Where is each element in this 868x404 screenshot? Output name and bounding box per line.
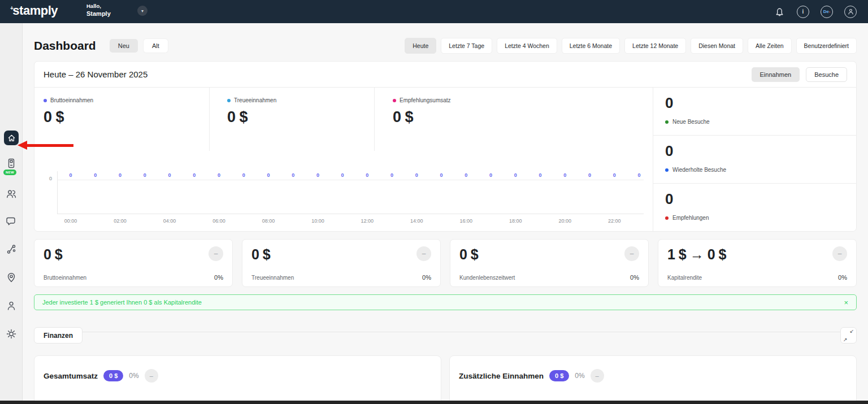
- chart-point-label: 0: [489, 172, 492, 178]
- metric-label: Empfehlungsumsatz: [400, 97, 451, 103]
- kpi-label: Kapitalrendite: [667, 275, 702, 281]
- chart-point-label: 0: [613, 172, 616, 178]
- chart-point-label: 0: [341, 172, 344, 178]
- tab-finanzen[interactable]: Finanzen: [34, 327, 83, 344]
- metric-treueeinnahmen: Treueeinnahmen 0 $: [210, 88, 375, 151]
- kpi-row: 0 $– Bruttoeinnahmen0% 0 $– Treueeinnahm…: [34, 239, 857, 287]
- kpi-percent: 0%: [630, 274, 639, 281]
- chart-point-label: 0: [415, 172, 418, 178]
- chart-point-label: 0: [465, 172, 467, 178]
- stat-value: 0: [665, 142, 856, 160]
- sidebar-item-settings[interactable]: [6, 328, 17, 340]
- x-axis-tick: 22:00: [608, 218, 621, 224]
- overview-header: Heute – 26 November 2025 Einnahmen Besuc…: [34, 62, 856, 88]
- chart-point-label: 0: [637, 172, 640, 178]
- info-button[interactable]: i: [797, 6, 809, 18]
- profile-button[interactable]: [844, 6, 857, 18]
- chart-point-label: 0: [563, 172, 566, 178]
- section-divider: [83, 332, 840, 332]
- x-axis-tick: 00:00: [64, 218, 77, 224]
- sidebar-item-flows[interactable]: [6, 244, 17, 255]
- map-pin-icon: [6, 272, 17, 283]
- metric-label: Treueeinnahmen: [234, 97, 276, 103]
- user-greeting: Hallo, Stamply: [86, 3, 111, 18]
- language-dot-icon: •: [829, 10, 830, 14]
- stat-value: 0: [665, 94, 856, 112]
- chart-plot-area: 0 000000000000000000000000 00:0002:0004:…: [34, 151, 653, 231]
- kpi-kapitalrendite: 1 $ → 0 $– Kapitalrendite0%: [658, 239, 857, 287]
- range-diesen-monat[interactable]: Diesen Monat: [691, 38, 743, 54]
- account-dropdown-button[interactable]: ▾: [137, 6, 147, 16]
- finance-percent: 0%: [575, 372, 584, 380]
- sidebar: NEW: [0, 23, 23, 404]
- metric-empfehlungsumsatz: Empfehlungsumsatz 0 $: [375, 88, 653, 151]
- overview-tabs: Einnahmen Besuche: [752, 67, 847, 82]
- app-screen: +stamply Hallo, Stamply ▾ i De•: [0, 0, 868, 404]
- range-letzte-7-tage[interactable]: Letzte 7 Tage: [441, 38, 492, 54]
- chart-point-label: 0: [366, 172, 368, 178]
- finance-card-title: Gesamtumsatz: [44, 372, 98, 380]
- sidebar-item-locations[interactable]: [6, 272, 17, 283]
- alert-text: Jeder investierte 1 $ generiert Ihnen 0 …: [42, 299, 202, 306]
- stamply-logo[interactable]: +stamply: [10, 3, 58, 18]
- tab-einnahmen[interactable]: Einnahmen: [752, 67, 800, 82]
- sidebar-item-home[interactable]: [4, 131, 19, 145]
- stat-label: Neue Besuche: [672, 119, 710, 125]
- sidebar-item-messages[interactable]: [6, 216, 17, 227]
- view-toggle-neu[interactable]: Neu: [110, 39, 138, 53]
- window-bottom-edge: [0, 401, 868, 404]
- users-icon: [6, 188, 17, 199]
- chart-point-label: 0: [316, 172, 319, 178]
- person-icon: [6, 300, 17, 311]
- overview-title: Heute – 26 November 2025: [44, 69, 147, 79]
- range-benutzerdefiniert[interactable]: Benutzerdefiniert: [796, 38, 857, 54]
- roi-alert-banner: Jeder investierte 1 $ generiert Ihnen 0 …: [34, 294, 857, 310]
- topbar-actions: i De•: [773, 0, 857, 23]
- x-axis-tick: 16:00: [460, 218, 473, 224]
- sidebar-item-pos-terminal[interactable]: [6, 158, 17, 169]
- view-toggle-alt[interactable]: Alt: [144, 39, 168, 53]
- chart-point-label: 0: [144, 172, 146, 178]
- close-icon[interactable]: ×: [844, 299, 848, 306]
- x-axis-tick-labels: 00:0002:0004:0006:0008:0010:0012:0014:00…: [71, 218, 639, 225]
- info-icon: i: [802, 8, 804, 15]
- user-icon: [847, 8, 854, 15]
- chart-point-label: 0: [168, 172, 171, 178]
- collapse-section-button[interactable]: ↙ ↗: [840, 327, 857, 344]
- chart-point-label: 0: [390, 172, 393, 178]
- kpi-label: Bruttoeinnahmen: [44, 275, 86, 281]
- finance-percent: 0%: [129, 372, 138, 380]
- collapse-arrow-icon: ↗: [843, 337, 848, 342]
- value-pill: 0 $: [103, 370, 123, 381]
- language-button[interactable]: De•: [821, 6, 833, 18]
- new-feature-badge: NEW: [3, 170, 16, 175]
- home-icon: [7, 134, 16, 142]
- range-letzte-6-monate[interactable]: Letzte 6 Monate: [562, 38, 620, 54]
- chart-point-label: 0: [514, 172, 517, 178]
- metric-label: Bruttoeinnahmen: [50, 97, 93, 103]
- range-heute[interactable]: Heute: [405, 38, 436, 54]
- stat-wiederholte-besuche: 0 Wiederholte Besuche: [653, 136, 856, 184]
- range-letzte-4-wochen[interactable]: Letzte 4 Wochen: [497, 38, 557, 54]
- legend-dot-icon: [393, 99, 396, 102]
- kpi-bruttoeinnahmen: 0 $– Bruttoeinnahmen0%: [34, 239, 233, 287]
- logo-spark-icon: +: [10, 5, 13, 11]
- stat-value: 0: [665, 190, 856, 208]
- stat-neue-besuche: 0 Neue Besuche: [653, 88, 856, 136]
- stat-label: Wiederholte Besuche: [672, 167, 726, 173]
- range-letzte-12-monate[interactable]: Letzte 12 Monate: [624, 38, 686, 54]
- sidebar-item-account[interactable]: [6, 300, 17, 311]
- chart-point-label: 0: [588, 172, 591, 178]
- x-axis-tick: 10:00: [311, 218, 324, 224]
- trend-neutral-icon: –: [209, 246, 223, 261]
- kpi-label: Kundenlebenszeitwert: [459, 275, 515, 281]
- metric-value: 0 $: [393, 108, 653, 126]
- tab-besuche[interactable]: Besuche: [806, 67, 847, 82]
- finance-cards-row: Gesamtumsatz 0 $ 0% – Zusätzliche Einnah…: [34, 355, 857, 404]
- notifications-button[interactable]: [773, 6, 785, 18]
- chart-point-label: 0: [242, 172, 245, 178]
- range-alle-zeiten[interactable]: Alle Zeiten: [748, 38, 792, 54]
- sidebar-item-customers[interactable]: [6, 188, 17, 199]
- x-axis-tick: 18:00: [509, 218, 522, 224]
- chart-point-label: 0: [539, 172, 542, 178]
